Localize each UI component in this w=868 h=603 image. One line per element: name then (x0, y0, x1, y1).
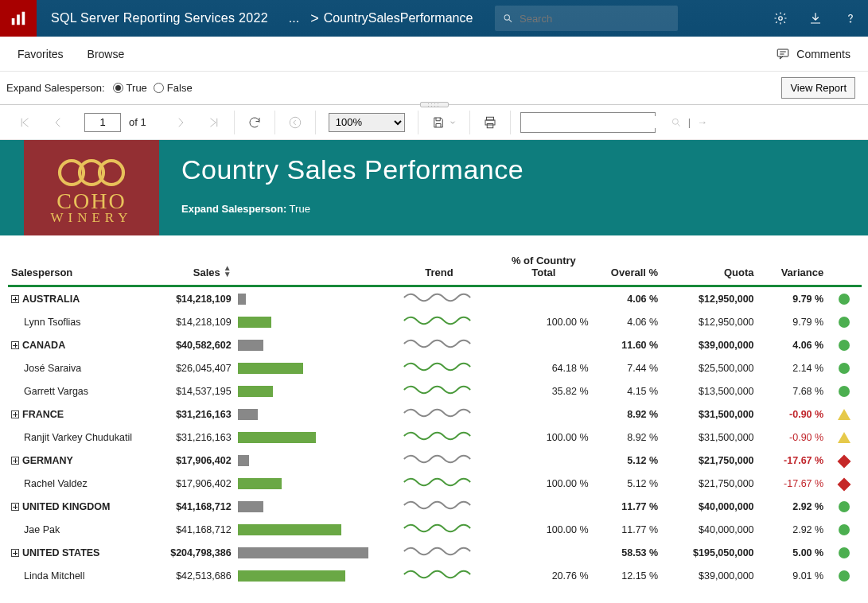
nav-favorites[interactable]: Favorites (18, 48, 64, 60)
table-row-detail: Ranjit Varkey Chudukatil$31,216,163100.0… (8, 426, 862, 449)
cell-name[interactable]: CANADA (8, 333, 156, 356)
sparkline-icon (395, 428, 483, 444)
header-variance[interactable]: Variance (757, 250, 827, 286)
cell-sales: $14,218,109 (156, 286, 235, 311)
table-row-group: UNITED KINGDOM$41,168,71211.77 %$40,000,… (8, 495, 862, 518)
table-row-detail: Linda Mitchell$42,513,68620.76 %12.15 %$… (8, 564, 862, 585)
cell-sales: $42,513,686 (156, 564, 235, 585)
back-button[interactable] (278, 105, 312, 140)
cell-name[interactable]: GERMANY (8, 449, 156, 472)
report-subtitle: Expand Salesperson: True (181, 203, 524, 215)
settings-button[interactable] (763, 0, 798, 37)
cell-overall: 4.06 % (592, 286, 662, 311)
table-row-detail: Lynn Tsoflias$14,218,109100.00 %4.06 %$1… (8, 310, 862, 333)
export-button[interactable] (422, 105, 466, 140)
find-input[interactable] (521, 116, 664, 128)
svg-point-10 (290, 117, 301, 128)
breadcrumb-ellipsis[interactable]: ... (282, 11, 306, 25)
help-icon (843, 11, 858, 25)
next-page-button[interactable] (164, 105, 197, 140)
refresh-button[interactable] (238, 105, 271, 140)
status-indicator-icon (838, 432, 850, 443)
svg-rect-0 (12, 18, 15, 25)
help-button[interactable] (833, 0, 868, 37)
table-row-group: AUSTRALIA$14,218,1094.06 %$12,950,0009.7… (8, 286, 862, 311)
cell-trend (383, 426, 496, 449)
nav-browse[interactable]: Browse (88, 48, 125, 60)
cell-bar (235, 356, 383, 379)
cell-name[interactable]: UNITED KINGDOM (8, 495, 156, 518)
expand-toggle-icon[interactable] (11, 295, 19, 303)
breadcrumb-page[interactable]: CountrySalesPerformance (324, 11, 473, 25)
cell-name[interactable]: FRANCE (8, 403, 156, 426)
cell-overall: 58.53 % (592, 541, 662, 564)
first-page-button[interactable] (8, 105, 41, 140)
cell-variance: -0.90 % (757, 426, 827, 449)
expand-toggle-icon[interactable] (11, 410, 19, 418)
prev-page-button[interactable] (41, 105, 75, 140)
cell-overall: 11.77 % (592, 495, 662, 518)
header-indicator (827, 250, 862, 286)
cell-bar (235, 310, 383, 333)
svg-point-3 (504, 15, 509, 20)
cell-pct (496, 333, 591, 356)
comments-label: Comments (796, 48, 850, 60)
zoom-select[interactable]: 100% (329, 113, 405, 132)
table-row-detail: José Saraiva$26,045,40764.18 %7.44 %$25,… (8, 356, 862, 379)
cell-name[interactable]: UNITED STATES (8, 541, 156, 564)
page-number-input[interactable] (84, 113, 121, 132)
cell-indicator (827, 379, 862, 403)
view-report-button[interactable]: View Report (781, 77, 855, 99)
print-icon (483, 115, 497, 130)
report-viewport[interactable]: COHOWINERY Country Sales Performance Exp… (0, 140, 868, 585)
cell-name: Rachel Valdez (8, 472, 156, 495)
expand-toggle-icon[interactable] (11, 549, 19, 557)
cell-variance: 2.92 % (757, 518, 827, 541)
header-bar (235, 250, 383, 286)
cell-pct (496, 495, 591, 518)
rings-icon (52, 156, 131, 189)
app-title: SQL Server Reporting Services 2022 (37, 11, 282, 25)
radio-false[interactable]: False (154, 82, 193, 94)
radio-true[interactable]: True (113, 82, 147, 94)
status-indicator-icon (839, 547, 850, 558)
cell-variance: -0.90 % (757, 403, 827, 426)
sparkline-icon (395, 336, 483, 352)
header-salesperson[interactable]: Salesperson (8, 250, 156, 286)
table-row-detail: Garrett Vargas$14,537,19535.82 %4.15 %$1… (8, 379, 862, 403)
header-trend[interactable]: Trend (383, 250, 496, 286)
cell-variance: 9.79 % (757, 286, 827, 311)
cell-trend (383, 310, 496, 333)
download-button[interactable] (798, 0, 833, 37)
chevron-down-icon (449, 115, 457, 130)
last-page-button[interactable] (197, 105, 231, 140)
header-sales[interactable]: Sales▲▼ (156, 250, 235, 286)
expand-toggle-icon[interactable] (11, 341, 19, 349)
print-button[interactable] (473, 105, 507, 140)
app-logo[interactable] (0, 0, 37, 37)
find-next-icon[interactable]: → (697, 116, 707, 128)
splitter-handle[interactable]: :::: (420, 102, 449, 107)
find-box[interactable]: | → (520, 112, 656, 133)
header-overall[interactable]: Overall % (592, 250, 662, 286)
cell-indicator (827, 472, 862, 495)
cell-trend (383, 495, 496, 518)
cell-sales: $41,168,712 (156, 518, 235, 541)
zoom-cell: 100% (319, 105, 415, 140)
cell-trend (383, 472, 496, 495)
cell-overall: 5.12 % (592, 472, 662, 495)
cell-sales: $41,168,712 (156, 495, 235, 518)
cell-overall: 12.15 % (592, 564, 662, 585)
cell-name[interactable]: AUSTRALIA (8, 286, 156, 311)
search-box[interactable] (495, 6, 678, 31)
find-search-icon[interactable] (671, 117, 682, 128)
cell-bar (235, 449, 383, 472)
comments-button[interactable]: Comments (776, 47, 850, 61)
search-input[interactable] (520, 13, 670, 25)
expand-toggle-icon[interactable] (11, 457, 19, 465)
header-quota[interactable]: Quota (661, 250, 757, 286)
secondary-nav: Favorites Browse Comments (0, 37, 868, 72)
header-pct[interactable]: % of Country Total (496, 250, 591, 286)
cell-pct: 100.00 % (496, 518, 591, 541)
expand-toggle-icon[interactable] (11, 503, 19, 511)
